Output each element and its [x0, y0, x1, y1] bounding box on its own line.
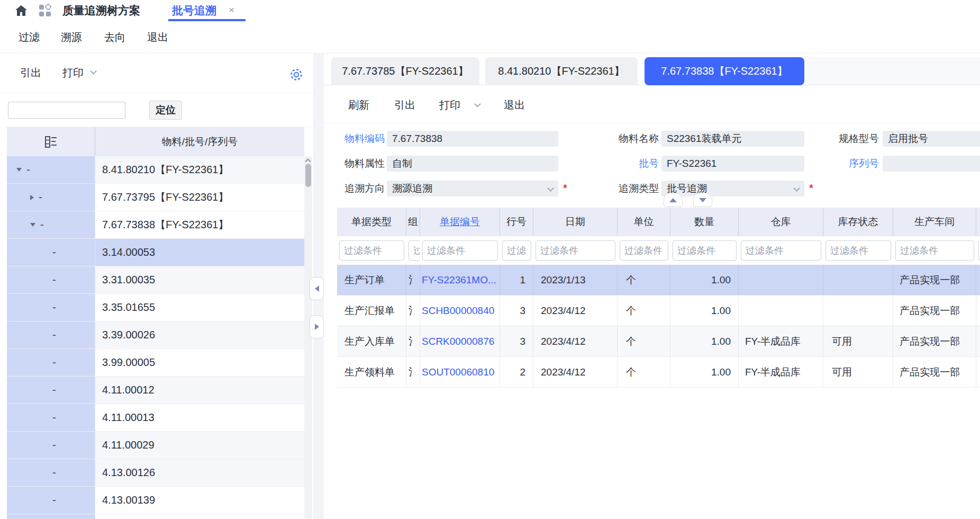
print-button[interactable]: 打印	[439, 87, 460, 123]
menu-trace-destination[interactable]: 去向	[104, 21, 125, 53]
tree-row[interactable]: - 8.41.80210【FY-S22361】	[7, 156, 304, 184]
gear-icon[interactable]	[288, 67, 304, 83]
doc-no-sort-link[interactable]: 单据编号	[440, 216, 480, 227]
panel-splitter[interactable]	[313, 53, 324, 519]
tree-node-label[interactable]: 4.13.00139	[95, 487, 304, 514]
tree-row[interactable]: - 3.99.00005	[7, 349, 304, 377]
tree-row[interactable]: - 4.11.00029	[7, 432, 304, 459]
tree-structure-column-header[interactable]	[7, 127, 95, 156]
filter-doc-no[interactable]	[422, 240, 498, 261]
print-dropdown-chevron-icon[interactable]	[90, 68, 97, 75]
tree-node-label[interactable]: 3.14.00053	[95, 239, 304, 266]
grid-row[interactable]: 生产汇报单 氵 SCHB00000840 3 2023/4/12 个 1.00 …	[337, 296, 980, 326]
tree-column-header-label[interactable]: 物料/批号/序列号	[95, 127, 304, 156]
batch-no-field[interactable]	[661, 156, 804, 172]
tree-node-label[interactable]: 3.31.00035	[95, 266, 304, 293]
material-code-field[interactable]	[387, 131, 558, 147]
tree-node-label[interactable]: 3.35.01655	[95, 294, 304, 321]
material-code-label[interactable]: 物料编码	[328, 131, 385, 147]
grid-row[interactable]: 生产领料单 氵 SOUT00060810 2 2023/4/12 个 1.00 …	[337, 357, 980, 388]
tree-row[interactable]: - 3.35.01655	[7, 294, 304, 321]
batch-no-label[interactable]: 批号	[599, 156, 659, 172]
tree-node-label[interactable]: 7.67.73795【FY-S22361】	[95, 184, 304, 211]
exit-button[interactable]: 退出	[504, 87, 525, 123]
tree-row-selected[interactable]: - 3.14.00053	[7, 239, 304, 266]
scrollbar-thumb[interactable]	[305, 164, 311, 187]
doc-tab-7-67-73838-active[interactable]: 7.67.73838【FY-S22361】	[645, 57, 804, 85]
material-attr-field[interactable]	[387, 156, 558, 172]
tree-node-label[interactable]: 3.99.00005	[95, 349, 304, 376]
locate-button[interactable]: 定位	[149, 101, 182, 120]
col-unit[interactable]: 单位	[618, 208, 670, 236]
trace-direction-select[interactable]: 溯源追溯	[387, 181, 558, 196]
expander-expanded-icon[interactable]	[30, 223, 35, 227]
select-chevron-icon[interactable]	[793, 185, 800, 192]
filter-unit[interactable]	[620, 240, 668, 261]
filter-date[interactable]	[536, 240, 615, 261]
tree-node-label[interactable]: 7.67.73838【FY-S22361】	[95, 211, 304, 238]
collapse-left-handle[interactable]	[310, 277, 324, 300]
tree-row[interactable]: - 4.13.00126	[7, 459, 304, 487]
filter-warehouse[interactable]	[741, 240, 821, 261]
doc-no-link[interactable]: SCHB00000840	[422, 305, 494, 316]
tree-node-label[interactable]: 3.39.00026	[95, 321, 304, 348]
grid-row[interactable]: 生产入库单 氵 SCRK00000876 3 2023/4/12 个 1.00 …	[337, 326, 980, 357]
col-workshop[interactable]: 生产车间	[893, 208, 976, 236]
tree-search-input[interactable]	[8, 102, 125, 119]
select-chevron-icon[interactable]	[547, 185, 554, 192]
tree-row[interactable]: - 4.13.00139	[7, 487, 304, 514]
grid-row-selected[interactable]: 生产订单 氵 FY-S22361MO... 1 2023/1/13 个 1.00…	[337, 265, 980, 296]
tree-row[interactable]: - 4.11.00012	[7, 377, 304, 404]
col-group[interactable]: 组	[406, 208, 420, 236]
col-date[interactable]: 日期	[533, 208, 618, 236]
spec-model-field[interactable]	[883, 131, 980, 147]
col-doc-type[interactable]: 单据类型	[337, 208, 406, 236]
expander-collapsed-icon[interactable]	[30, 195, 34, 200]
tree-node-label[interactable]: 4.13.00126	[95, 459, 304, 486]
menu-filter[interactable]: 过滤	[19, 21, 40, 53]
tree-node-label[interactable]: 8.41.80210【FY-S22361】	[95, 156, 304, 183]
filter-workshop[interactable]	[895, 240, 974, 261]
menu-trace-source[interactable]: 溯源	[61, 21, 82, 53]
expand-form-button[interactable]	[693, 193, 712, 207]
col-warehouse[interactable]: 仓库	[739, 208, 823, 236]
serial-no-label[interactable]: 序列号	[819, 156, 879, 172]
col-qty[interactable]: 数量	[670, 208, 739, 236]
apps-grid-icon[interactable]	[38, 4, 52, 20]
tree-row[interactable]: - 4.11.00013	[7, 404, 304, 432]
filter-qty[interactable]	[673, 240, 737, 261]
tree-row[interactable]: - 3.31.00035	[7, 266, 304, 294]
doc-tab-7-67-73785[interactable]: 7.67.73785【FY-S22361】	[331, 57, 479, 85]
filter-doc-type[interactable]	[339, 240, 404, 261]
doc-no-link[interactable]: SOUT00060810	[422, 366, 494, 378]
filter-stock-status[interactable]	[825, 240, 891, 261]
serial-no-field[interactable]	[883, 156, 980, 172]
doc-no-link[interactable]: SCRK00000876	[422, 336, 494, 347]
tree-node-label[interactable]: 4.11.00029	[95, 432, 304, 459]
tree-node-label[interactable]: 4.11.00012	[95, 377, 304, 404]
doc-tab-8-41-80210[interactable]: 8.41.80210【FY-S22361】	[485, 57, 638, 85]
doc-no-link[interactable]: FY-S22361MO...	[422, 274, 496, 285]
module-tab-quality-trace-tree[interactable]: 质量追溯树方案	[62, 0, 140, 21]
tree-node-label[interactable]: 4.11.00013	[95, 404, 304, 431]
refresh-button[interactable]: 刷新	[348, 87, 369, 123]
expand-right-handle[interactable]	[310, 315, 324, 338]
col-stock-status[interactable]: 库存状态	[823, 208, 893, 236]
tree-scrollbar[interactable]	[304, 156, 312, 519]
close-tab-icon[interactable]: ×	[229, 0, 234, 21]
menu-exit[interactable]: 退出	[147, 21, 168, 53]
print-dropdown-chevron-icon[interactable]	[474, 101, 481, 108]
tree-row[interactable]: - 7.67.73838【FY-S22361】	[7, 211, 304, 239]
filter-group[interactable]	[409, 240, 420, 261]
tree-row[interactable]: - 7.67.73795【FY-S22361】	[7, 184, 304, 211]
left-print-button[interactable]: 打印	[62, 53, 84, 92]
filter-line-no[interactable]	[502, 240, 531, 261]
trace-type-select[interactable]: 批号追溯	[661, 181, 804, 196]
collapse-form-button[interactable]	[664, 193, 683, 207]
export-button[interactable]: 引出	[394, 87, 415, 123]
left-export-button[interactable]: 引出	[20, 53, 41, 92]
module-tab-batch-trace[interactable]: 批号追溯	[172, 0, 216, 21]
expander-expanded-icon[interactable]	[16, 168, 22, 172]
material-name-field[interactable]	[661, 131, 804, 147]
tree-row[interactable]: - 3.39.00026	[7, 321, 304, 349]
